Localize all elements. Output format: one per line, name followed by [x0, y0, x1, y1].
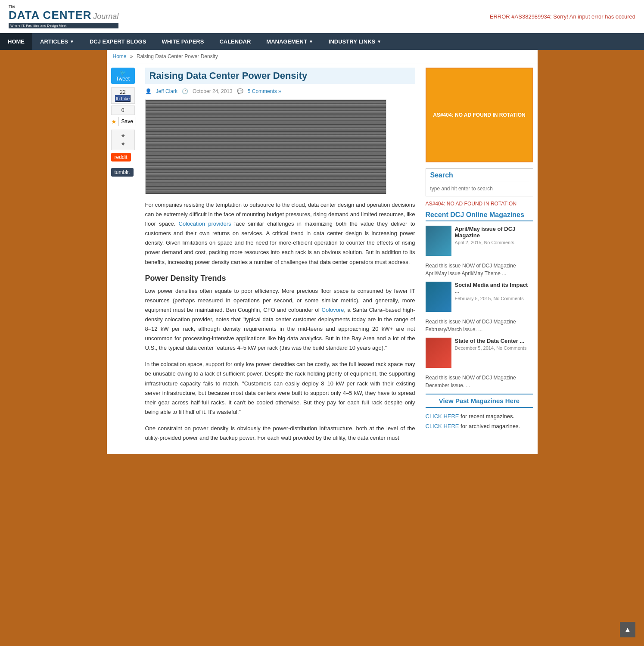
- plusone-icon: ✦: [113, 140, 133, 148]
- breadcrumb: Home » Raising Data Center Power Density: [107, 50, 538, 63]
- mag-date-1: April 2, 2015, No Comments: [455, 240, 533, 245]
- ad-box-top: AS#404: NO AD FOUND IN ROTATION: [426, 68, 533, 162]
- plus-icon: ✦: [113, 132, 133, 140]
- mag-comments-1[interactable]: No Comments: [484, 240, 514, 245]
- reddit-button[interactable]: reddit: [111, 153, 131, 162]
- magazine-item-1: April/May issue of DCJ Magazine April 2,…: [426, 226, 533, 256]
- mag-date-2: February 5, 2015, No Comments: [455, 296, 533, 301]
- nav-home[interactable]: HOME: [0, 33, 32, 50]
- mag-desc-2: Read this issue NOW of DCJ Magazine Febr…: [426, 318, 533, 333]
- click-recent: CLICK HERE for recent magazines.: [426, 411, 533, 421]
- nav-bar: HOME ARTICLES ▼ DCJ EXPERT BLOGS WHITE P…: [0, 33, 644, 50]
- search-input[interactable]: [430, 184, 529, 193]
- social-bar: 🐦 Tweet 22 fb Like 0 ★ Save ✦ ✦ reddit t…: [107, 63, 139, 454]
- mag-info-3: State of the Data Center ... December 5,…: [455, 338, 527, 368]
- article-date: October 24, 2013: [193, 88, 233, 94]
- article-meta: 👤 Jeff Clark 🕐 October 24, 2013 💬 5 Comm…: [145, 88, 415, 94]
- click-archived-link[interactable]: CLICK HERE: [426, 423, 459, 429]
- breadcrumb-separator: »: [130, 53, 133, 59]
- breadcrumb-home[interactable]: Home: [113, 53, 127, 59]
- date-icon: 🕐: [182, 88, 188, 94]
- zero-count: 0: [111, 106, 135, 115]
- star-icon: ★: [111, 118, 117, 125]
- article-body-p4: One constraint on power density is obvio…: [145, 424, 415, 443]
- recent-magazines-section: Recent DCJ Online Magazines April/May is…: [426, 211, 533, 432]
- article-title: Raising Data Center Power Density: [145, 68, 415, 84]
- logo: The DATA CENTER Journal Where IT, Facili…: [9, 4, 118, 28]
- mag-title-1[interactable]: April/May issue of DCJ Magazine: [455, 226, 533, 239]
- click-recent-link[interactable]: CLICK HERE: [426, 413, 459, 419]
- ad-text-2: AS#404: NO AD FOUND IN ROTATION: [426, 201, 533, 207]
- mag-comments-2[interactable]: No Comments: [493, 296, 523, 301]
- header: The DATA CENTER Journal Where IT, Facili…: [0, 0, 644, 33]
- search-box: Search: [426, 168, 533, 196]
- view-past-link[interactable]: View Past Magazines Here: [426, 394, 533, 408]
- nav-industry-links[interactable]: INDUSTRY LINKS ▼: [321, 33, 389, 50]
- article-body-p3: In the colocation space, support for onl…: [145, 360, 415, 417]
- article-body-p2: Low power densities often equate to poor…: [145, 286, 415, 353]
- article-image: [145, 99, 386, 194]
- like-count: 22 fb Like: [111, 87, 135, 104]
- sidebar: AS#404: NO AD FOUND IN ROTATION Search A…: [421, 63, 538, 454]
- plus-button[interactable]: ✦ ✦: [111, 130, 135, 150]
- page-wrapper: Home » Raising Data Center Power Density…: [107, 50, 538, 454]
- industry-links-arrow: ▼: [377, 39, 381, 44]
- mag-date-3: December 5, 2014, No Comments: [455, 345, 527, 351]
- content-area: 🐦 Tweet 22 fb Like 0 ★ Save ✦ ✦ reddit t…: [107, 63, 538, 454]
- author-link[interactable]: Jeff Clark: [156, 88, 177, 94]
- facebook-like-button[interactable]: fb Like: [115, 95, 131, 102]
- main-article: Raising Data Center Power Density 👤 Jeff…: [139, 63, 421, 454]
- nav-articles[interactable]: ARTICLES ▼: [32, 33, 82, 50]
- error-message: ERROR #AS382989934: Sorry! An input erro…: [490, 13, 635, 20]
- mag-title-2[interactable]: Social Media and its Impact ...: [455, 282, 533, 295]
- colovore-link[interactable]: Colovore: [322, 307, 344, 313]
- mag-title-3[interactable]: State of the Data Center ...: [455, 338, 527, 344]
- magazine-item-3: State of the Data Center ... December 5,…: [426, 338, 533, 368]
- tumblr-button[interactable]: tumblr.: [111, 168, 134, 177]
- magazine-item-2: Social Media and its Impact ... February…: [426, 282, 533, 312]
- click-here-section: CLICK HERE for recent magazines. CLICK H…: [426, 411, 533, 432]
- mag-thumb-2[interactable]: [426, 282, 451, 312]
- mag-comments-3[interactable]: No Comments: [496, 345, 526, 351]
- search-title: Search: [430, 171, 529, 181]
- nav-calendar[interactable]: CALENDAR: [212, 33, 258, 50]
- mag-thumb-1[interactable]: [426, 226, 451, 256]
- articles-arrow: ▼: [70, 39, 74, 44]
- logo-main-block: DATA CENTER Journal: [9, 9, 118, 22]
- click-archived: CLICK HERE for archived magazines.: [426, 421, 533, 431]
- logo-wrapper: The DATA CENTER Journal Where IT, Facili…: [9, 4, 118, 28]
- logo-datacenter: DATA CENTER: [9, 9, 92, 22]
- logo-journal: Journal: [93, 12, 118, 21]
- logo-tagline: Where IT, Facilities and Design Meet: [9, 23, 118, 28]
- article-body-p1: For companies resisting the temptation t…: [145, 200, 415, 267]
- mag-desc-3: Read this issue NOW of DCJ Magazine Dece…: [426, 374, 533, 389]
- management-arrow: ▼: [309, 39, 313, 44]
- nav-dcj-expert-blogs[interactable]: DCJ EXPERT BLOGS: [82, 33, 154, 50]
- mag-desc-1: Read this issue NOW of DCJ Magazine Apri…: [426, 262, 533, 277]
- article-image-inner: [146, 100, 386, 194]
- recent-title: Recent DCJ Online Magazines: [426, 211, 533, 221]
- colocation-link[interactable]: Colocation providers: [179, 221, 231, 227]
- author-icon: 👤: [145, 88, 152, 94]
- breadcrumb-current: Raising Data Center Power Density: [137, 53, 218, 59]
- mag-thumb-3[interactable]: [426, 338, 451, 368]
- mag-info-1: April/May issue of DCJ Magazine April 2,…: [455, 226, 533, 256]
- comment-icon: 💬: [237, 88, 243, 94]
- save-button[interactable]: Save: [118, 117, 136, 126]
- tweet-button[interactable]: 🐦 Tweet: [111, 68, 135, 84]
- logo-line1: The: [9, 4, 118, 9]
- comments-link[interactable]: 5 Comments »: [248, 88, 281, 94]
- section-title-1: Power Density Trends: [145, 274, 415, 283]
- nav-management[interactable]: MANAGEMENT ▼: [258, 33, 321, 50]
- nav-white-papers[interactable]: WHITE PAPERS: [154, 33, 212, 50]
- mag-info-2: Social Media and its Impact ... February…: [455, 282, 533, 312]
